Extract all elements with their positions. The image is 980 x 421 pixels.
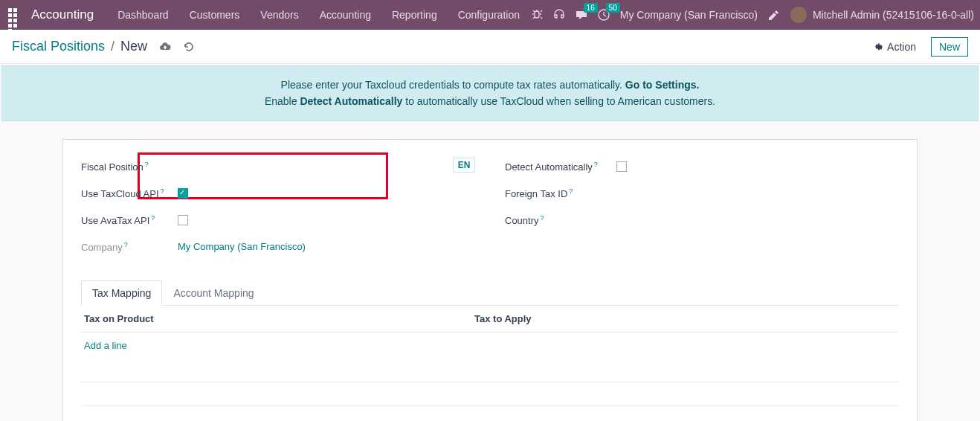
detect-auto-label: Detect Automatically? [505,161,616,173]
systray: 16 50 [531,9,610,21]
help-icon[interactable]: ? [594,161,598,168]
top-nav: Accounting Dashboard Customers Vendors A… [0,0,980,30]
nav-menu: Dashboard Customers Vendors Accounting R… [109,4,529,25]
fiscal-position-label: Fiscal Position? [81,161,178,173]
action-label: Action [887,41,916,53]
company-value[interactable]: My Company (San Francisco) [178,241,306,252]
help-icon[interactable]: ? [569,187,573,195]
nav-accounting[interactable]: Accounting [311,4,380,25]
banner-settings-link[interactable]: Go to Settings. [625,79,700,91]
banner-text-2c: to automatically use TaxCloud when selli… [402,95,715,107]
breadcrumb-sep: / [111,39,115,54]
form-sheet: EN Fiscal Position? Use TaxCloud API? U [62,139,918,421]
nav-vendors[interactable]: Vendors [251,4,307,25]
col-tax-to-apply: Tax to Apply [474,313,896,324]
tab-tax-mapping[interactable]: Tax Mapping [81,280,162,306]
debug-icon[interactable] [531,9,543,21]
lang-badge[interactable]: EN [453,158,475,173]
company-switcher[interactable]: My Company (San Francisco) [620,9,758,21]
help-icon[interactable]: ? [541,214,544,222]
activities-icon[interactable]: 50 [598,9,610,21]
avatar [790,7,807,23]
detect-auto-checkbox[interactable] [616,161,627,172]
tab-account-mapping[interactable]: Account Mapping [162,280,265,306]
user-name: Mitchell Admin (52415106-16-0-all) [813,9,974,21]
table-row [81,359,899,382]
foreign-tax-label: Foreign Tax ID? [505,187,616,199]
info-banner: Please enter your Taxcloud credentials t… [1,65,979,121]
help-icon[interactable]: ? [161,187,164,195]
save-cloud-icon[interactable] [159,41,171,53]
nav-customers[interactable]: Customers [181,4,249,25]
messages-icon[interactable]: 16 [576,9,587,21]
action-dropdown[interactable]: Action [874,41,916,53]
use-taxcloud-checkbox[interactable] [178,188,188,199]
tools-icon[interactable] [768,9,780,21]
help-icon[interactable]: ? [151,214,155,222]
add-line-link[interactable]: Add a line [81,332,899,359]
nav-dashboard[interactable]: Dashboard [109,4,178,25]
breadcrumb: Fiscal Positions / New [12,39,147,54]
app-brand[interactable]: Accounting [31,7,94,22]
support-icon[interactable] [553,9,565,21]
apps-icon[interactable] [6,6,24,24]
banner-text-1: Please enter your Taxcloud credentials t… [281,79,625,91]
help-icon[interactable]: ? [124,241,128,248]
country-label: Country? [505,214,616,226]
use-avatax-label: Use AvaTax API? [81,214,178,226]
control-bar: Fiscal Positions / New Action New [0,30,980,64]
gear-icon [874,42,884,52]
breadcrumb-current: New [120,39,147,54]
use-avatax-checkbox[interactable] [178,215,188,225]
new-button[interactable]: New [931,37,968,57]
breadcrumb-root[interactable]: Fiscal Positions [12,39,105,54]
table-header: Tax on Product Tax to Apply [81,306,899,332]
tab-bar: Tax Mapping Account Mapping [81,280,899,306]
user-menu[interactable]: Mitchell Admin (52415106-16-0-all) [790,7,974,23]
use-taxcloud-label: Use TaxCloud API? [81,187,178,199]
col-tax-on-product: Tax on Product [84,313,474,324]
discard-icon[interactable] [183,41,195,53]
activities-badge: 50 [606,3,620,13]
banner-text-2a: Enable [265,95,300,107]
messages-badge: 16 [584,3,598,13]
company-label: Company? [81,241,178,253]
content-scroll[interactable]: Please enter your Taxcloud credentials t… [0,64,980,421]
nav-configuration[interactable]: Configuration [449,4,529,25]
nav-reporting[interactable]: Reporting [383,4,446,25]
help-icon[interactable]: ? [145,161,149,168]
table-row [81,382,899,406]
banner-text-2b: Detect Automatically [300,95,402,107]
